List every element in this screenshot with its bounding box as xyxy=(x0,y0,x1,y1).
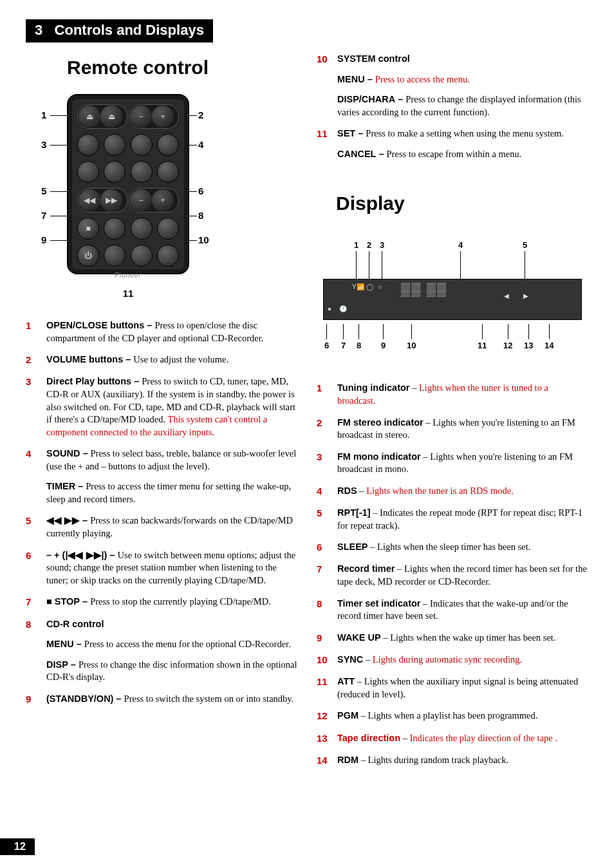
callout-3: 3 xyxy=(41,139,46,150)
remote-list: 1 OPEN/CLOSE buttons – Press to open/clo… xyxy=(26,319,297,706)
callout-9: 9 xyxy=(41,234,46,245)
clock-icon: 🕐 xyxy=(339,305,347,312)
display-list: 1Tuning indicator – Lights when the tune… xyxy=(317,382,588,767)
callout-5: 5 xyxy=(41,185,46,196)
dot-matrix-icon: ▒▒ ▒▒ xyxy=(401,282,447,297)
display-figure: 1 2 3 4 5 Y📶 ◯ ○ ▒▒ ▒▒ ◀ ▶ ● 🕐 6 7 8 9 1… xyxy=(323,240,582,356)
remote-item-10: 10 SYSTEM control MENU – Press to access… xyxy=(317,53,588,118)
display-section-title: Display xyxy=(336,193,588,214)
left-arrow-icon: ◀ xyxy=(504,292,509,299)
remote-figure: 1 3 5 7 9 2 4 6 8 10 11 ⏏⏏ xyxy=(67,94,189,274)
remote-section-title: Remote control xyxy=(67,57,297,79)
remote-item-5: 5 ◀◀ ▶▶ – Press to scan backwards/forwar… xyxy=(26,514,297,540)
stop-icon: ■ xyxy=(77,218,99,240)
remote-item-9: 9 (STANDBY/ON) – Press to switch the sys… xyxy=(26,693,297,706)
chapter-header: 3 Controls and Displays xyxy=(26,19,213,42)
open-close-icon: ⏏ xyxy=(79,106,100,127)
remote-item-1: 1 OPEN/CLOSE buttons – Press to open/clo… xyxy=(26,319,297,344)
remote-list-cont: 10 SYSTEM control MENU – Press to access… xyxy=(317,53,588,160)
power-icon: ⏻ xyxy=(77,245,99,267)
stereo-icon: ◯ xyxy=(366,283,373,290)
mono-icon: ○ xyxy=(378,283,382,290)
open-close-icon: ⏏ xyxy=(100,106,122,127)
remote-item-8: 8 CD-R control MENU – Press to access th… xyxy=(26,618,297,684)
plus-icon: + xyxy=(152,189,174,211)
callout-8: 8 xyxy=(198,210,203,221)
remote-item-4: 4 SOUND – Press to select bass, treble, … xyxy=(26,448,297,505)
callout-4: 4 xyxy=(198,139,203,150)
vol-minus-icon: − xyxy=(130,106,152,127)
chapter-number: 3 xyxy=(35,22,42,38)
rew-icon: ◀◀ xyxy=(79,189,100,211)
callout-1: 1 xyxy=(41,109,46,120)
remote-body: ⏏⏏ −+ ◀◀▶▶ −+ ■ ⏻ Pioneer xyxy=(67,94,189,274)
page-number: 12 xyxy=(0,838,35,855)
callout-2: 2 xyxy=(198,109,203,120)
rec-dot-icon: ● xyxy=(328,305,331,312)
chapter-title: Controls and Displays xyxy=(55,22,204,38)
ff-icon: ▶▶ xyxy=(100,189,122,211)
callout-11: 11 xyxy=(123,288,134,299)
tuning-icon: Y📶 xyxy=(352,283,364,290)
right-arrow-icon: ▶ xyxy=(523,292,528,299)
callout-7: 7 xyxy=(41,210,46,221)
callout-6: 6 xyxy=(198,185,203,196)
remote-logo: Pioneer xyxy=(77,272,179,279)
remote-item-7: 7 ■ STOP – Press to stop the currently p… xyxy=(26,596,297,609)
remote-item-11: 11 SET – Press to make a setting when us… xyxy=(317,127,588,160)
callout-10: 10 xyxy=(198,234,209,245)
vol-plus-icon: + xyxy=(152,106,174,127)
remote-item-3: 3 Direct Play buttons – Press to switch … xyxy=(26,375,297,439)
display-panel: Y📶 ◯ ○ ▒▒ ▒▒ ◀ ▶ ● 🕐 xyxy=(323,279,582,320)
remote-item-6: 6 – + (|◀◀ ▶▶|) – Use to switch between … xyxy=(26,549,297,587)
remote-item-2: 2 VOLUME buttons – Use to adjust the vol… xyxy=(26,354,297,366)
minus-icon: − xyxy=(130,189,152,211)
